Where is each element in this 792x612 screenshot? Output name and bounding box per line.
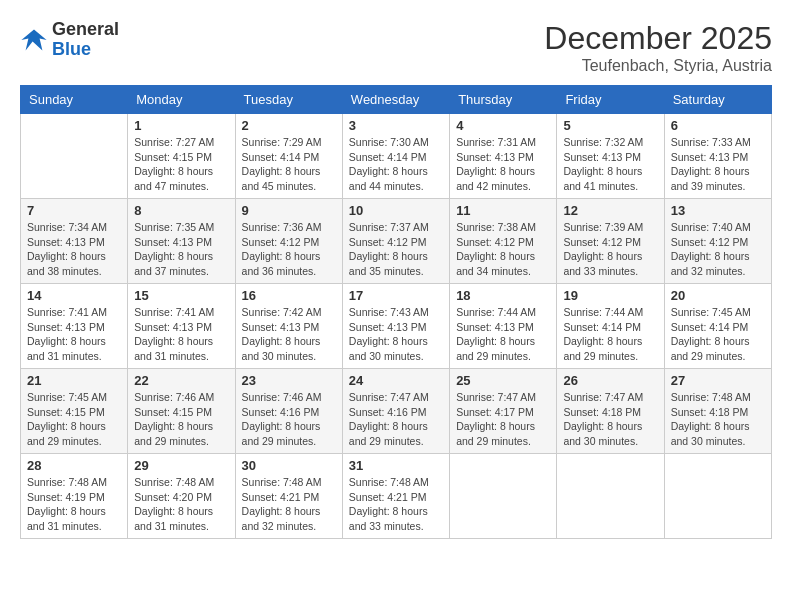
day-number: 16 (242, 288, 336, 303)
week-row-0: 1Sunrise: 7:27 AM Sunset: 4:15 PM Daylig… (21, 114, 772, 199)
logo-text: General Blue (52, 20, 119, 60)
day-number: 4 (456, 118, 550, 133)
calendar-cell (664, 454, 771, 539)
day-number: 21 (27, 373, 121, 388)
day-info: Sunrise: 7:48 AM Sunset: 4:18 PM Dayligh… (671, 390, 765, 449)
calendar-cell: 12Sunrise: 7:39 AM Sunset: 4:12 PM Dayli… (557, 199, 664, 284)
day-number: 19 (563, 288, 657, 303)
header-row: SundayMondayTuesdayWednesdayThursdayFrid… (21, 86, 772, 114)
day-number: 17 (349, 288, 443, 303)
day-info: Sunrise: 7:44 AM Sunset: 4:14 PM Dayligh… (563, 305, 657, 364)
calendar-table: SundayMondayTuesdayWednesdayThursdayFrid… (20, 85, 772, 539)
calendar-cell: 2Sunrise: 7:29 AM Sunset: 4:14 PM Daylig… (235, 114, 342, 199)
day-info: Sunrise: 7:48 AM Sunset: 4:19 PM Dayligh… (27, 475, 121, 534)
day-info: Sunrise: 7:46 AM Sunset: 4:16 PM Dayligh… (242, 390, 336, 449)
header-wednesday: Wednesday (342, 86, 449, 114)
calendar-cell: 28Sunrise: 7:48 AM Sunset: 4:19 PM Dayli… (21, 454, 128, 539)
day-info: Sunrise: 7:48 AM Sunset: 4:21 PM Dayligh… (349, 475, 443, 534)
calendar-cell: 31Sunrise: 7:48 AM Sunset: 4:21 PM Dayli… (342, 454, 449, 539)
day-info: Sunrise: 7:38 AM Sunset: 4:12 PM Dayligh… (456, 220, 550, 279)
calendar-header: SundayMondayTuesdayWednesdayThursdayFrid… (21, 86, 772, 114)
calendar-cell: 4Sunrise: 7:31 AM Sunset: 4:13 PM Daylig… (450, 114, 557, 199)
calendar-cell: 9Sunrise: 7:36 AM Sunset: 4:12 PM Daylig… (235, 199, 342, 284)
day-number: 28 (27, 458, 121, 473)
calendar-cell: 6Sunrise: 7:33 AM Sunset: 4:13 PM Daylig… (664, 114, 771, 199)
header-saturday: Saturday (664, 86, 771, 114)
logo-blue: Blue (52, 40, 119, 60)
day-number: 1 (134, 118, 228, 133)
day-info: Sunrise: 7:46 AM Sunset: 4:15 PM Dayligh… (134, 390, 228, 449)
calendar-cell: 30Sunrise: 7:48 AM Sunset: 4:21 PM Dayli… (235, 454, 342, 539)
calendar-cell: 27Sunrise: 7:48 AM Sunset: 4:18 PM Dayli… (664, 369, 771, 454)
calendar-cell (557, 454, 664, 539)
day-number: 20 (671, 288, 765, 303)
calendar-cell: 10Sunrise: 7:37 AM Sunset: 4:12 PM Dayli… (342, 199, 449, 284)
day-number: 14 (27, 288, 121, 303)
week-row-3: 21Sunrise: 7:45 AM Sunset: 4:15 PM Dayli… (21, 369, 772, 454)
header-sunday: Sunday (21, 86, 128, 114)
day-number: 27 (671, 373, 765, 388)
day-number: 30 (242, 458, 336, 473)
calendar-cell: 3Sunrise: 7:30 AM Sunset: 4:14 PM Daylig… (342, 114, 449, 199)
day-info: Sunrise: 7:45 AM Sunset: 4:14 PM Dayligh… (671, 305, 765, 364)
header-friday: Friday (557, 86, 664, 114)
day-number: 9 (242, 203, 336, 218)
day-info: Sunrise: 7:27 AM Sunset: 4:15 PM Dayligh… (134, 135, 228, 194)
day-info: Sunrise: 7:39 AM Sunset: 4:12 PM Dayligh… (563, 220, 657, 279)
day-info: Sunrise: 7:47 AM Sunset: 4:16 PM Dayligh… (349, 390, 443, 449)
day-info: Sunrise: 7:31 AM Sunset: 4:13 PM Dayligh… (456, 135, 550, 194)
day-number: 25 (456, 373, 550, 388)
calendar-cell: 11Sunrise: 7:38 AM Sunset: 4:12 PM Dayli… (450, 199, 557, 284)
day-number: 7 (27, 203, 121, 218)
day-info: Sunrise: 7:36 AM Sunset: 4:12 PM Dayligh… (242, 220, 336, 279)
title-block: December 2025 Teufenbach, Styria, Austri… (544, 20, 772, 75)
calendar-cell: 1Sunrise: 7:27 AM Sunset: 4:15 PM Daylig… (128, 114, 235, 199)
logo-general: General (52, 20, 119, 40)
calendar-cell: 5Sunrise: 7:32 AM Sunset: 4:13 PM Daylig… (557, 114, 664, 199)
day-number: 12 (563, 203, 657, 218)
day-number: 26 (563, 373, 657, 388)
logo-bird-icon (20, 26, 48, 54)
day-number: 3 (349, 118, 443, 133)
day-number: 23 (242, 373, 336, 388)
calendar-cell: 18Sunrise: 7:44 AM Sunset: 4:13 PM Dayli… (450, 284, 557, 369)
day-info: Sunrise: 7:32 AM Sunset: 4:13 PM Dayligh… (563, 135, 657, 194)
calendar-cell: 14Sunrise: 7:41 AM Sunset: 4:13 PM Dayli… (21, 284, 128, 369)
week-row-1: 7Sunrise: 7:34 AM Sunset: 4:13 PM Daylig… (21, 199, 772, 284)
page-header: General Blue December 2025 Teufenbach, S… (20, 20, 772, 75)
day-info: Sunrise: 7:47 AM Sunset: 4:18 PM Dayligh… (563, 390, 657, 449)
day-number: 22 (134, 373, 228, 388)
calendar-cell: 21Sunrise: 7:45 AM Sunset: 4:15 PM Dayli… (21, 369, 128, 454)
calendar-cell (450, 454, 557, 539)
calendar-cell: 13Sunrise: 7:40 AM Sunset: 4:12 PM Dayli… (664, 199, 771, 284)
day-info: Sunrise: 7:45 AM Sunset: 4:15 PM Dayligh… (27, 390, 121, 449)
day-info: Sunrise: 7:34 AM Sunset: 4:13 PM Dayligh… (27, 220, 121, 279)
calendar-cell: 29Sunrise: 7:48 AM Sunset: 4:20 PM Dayli… (128, 454, 235, 539)
day-info: Sunrise: 7:48 AM Sunset: 4:21 PM Dayligh… (242, 475, 336, 534)
calendar-cell: 24Sunrise: 7:47 AM Sunset: 4:16 PM Dayli… (342, 369, 449, 454)
day-info: Sunrise: 7:43 AM Sunset: 4:13 PM Dayligh… (349, 305, 443, 364)
day-info: Sunrise: 7:42 AM Sunset: 4:13 PM Dayligh… (242, 305, 336, 364)
svg-marker-0 (21, 29, 46, 50)
location-subtitle: Teufenbach, Styria, Austria (544, 57, 772, 75)
day-number: 8 (134, 203, 228, 218)
calendar-cell: 22Sunrise: 7:46 AM Sunset: 4:15 PM Dayli… (128, 369, 235, 454)
day-info: Sunrise: 7:30 AM Sunset: 4:14 PM Dayligh… (349, 135, 443, 194)
day-number: 6 (671, 118, 765, 133)
calendar-cell: 8Sunrise: 7:35 AM Sunset: 4:13 PM Daylig… (128, 199, 235, 284)
day-info: Sunrise: 7:33 AM Sunset: 4:13 PM Dayligh… (671, 135, 765, 194)
day-info: Sunrise: 7:48 AM Sunset: 4:20 PM Dayligh… (134, 475, 228, 534)
day-number: 13 (671, 203, 765, 218)
day-number: 24 (349, 373, 443, 388)
day-number: 18 (456, 288, 550, 303)
day-info: Sunrise: 7:37 AM Sunset: 4:12 PM Dayligh… (349, 220, 443, 279)
day-info: Sunrise: 7:41 AM Sunset: 4:13 PM Dayligh… (27, 305, 121, 364)
calendar-cell: 17Sunrise: 7:43 AM Sunset: 4:13 PM Dayli… (342, 284, 449, 369)
day-info: Sunrise: 7:44 AM Sunset: 4:13 PM Dayligh… (456, 305, 550, 364)
day-info: Sunrise: 7:41 AM Sunset: 4:13 PM Dayligh… (134, 305, 228, 364)
day-info: Sunrise: 7:40 AM Sunset: 4:12 PM Dayligh… (671, 220, 765, 279)
calendar-cell: 26Sunrise: 7:47 AM Sunset: 4:18 PM Dayli… (557, 369, 664, 454)
calendar-body: 1Sunrise: 7:27 AM Sunset: 4:15 PM Daylig… (21, 114, 772, 539)
calendar-cell: 7Sunrise: 7:34 AM Sunset: 4:13 PM Daylig… (21, 199, 128, 284)
day-number: 11 (456, 203, 550, 218)
